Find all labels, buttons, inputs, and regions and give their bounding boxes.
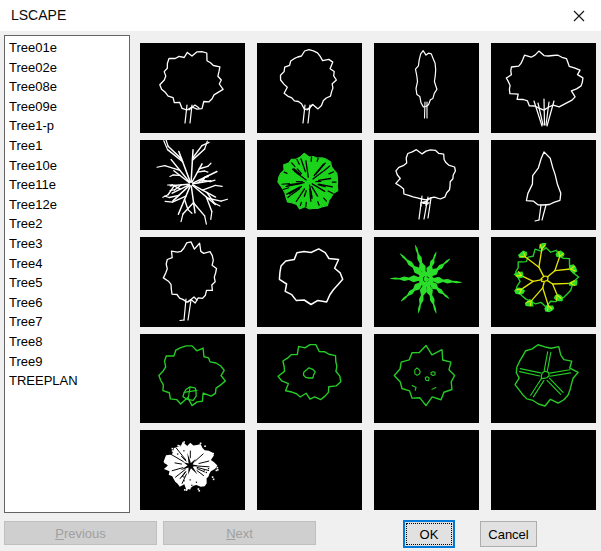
list-item-tree2[interactable]: Tree2 bbox=[9, 214, 129, 234]
titlebar: LSCAPE bbox=[0, 0, 601, 31]
list-item-tree3[interactable]: Tree3 bbox=[9, 234, 129, 254]
list-item-tree1-p[interactable]: Tree1-p bbox=[9, 116, 129, 136]
list-item-tree1[interactable]: Tree1 bbox=[9, 136, 129, 156]
tile-tree-plan-circle-spokes[interactable] bbox=[491, 334, 596, 423]
tile-tree-conifer-outline[interactable] bbox=[491, 140, 596, 230]
tile-tree-oak-outline[interactable] bbox=[491, 43, 596, 133]
tile-tree-plan-fluffy-white[interactable] bbox=[140, 430, 245, 510]
tile-empty bbox=[257, 430, 362, 510]
tile-empty bbox=[374, 430, 479, 510]
dialog-title: LSCAPE bbox=[11, 7, 66, 23]
button-label: Cancel bbox=[488, 527, 528, 542]
list-item-tree02e[interactable]: Tree02e bbox=[9, 58, 129, 78]
tile-tree-elevation-outline[interactable] bbox=[140, 43, 245, 133]
list-item-tree9[interactable]: Tree9 bbox=[9, 352, 129, 372]
tile-tree-plan-yellow-branches[interactable] bbox=[491, 237, 596, 327]
close-button[interactable] bbox=[556, 0, 601, 31]
tile-tree-plan-filled-green[interactable] bbox=[257, 140, 362, 230]
list-item-tree6[interactable]: Tree6 bbox=[9, 293, 129, 313]
cancel-button[interactable]: Cancel bbox=[480, 521, 537, 547]
close-icon bbox=[573, 10, 585, 22]
ok-button[interactable]: OK bbox=[403, 520, 455, 548]
tile-tree-oval-outline[interactable] bbox=[140, 237, 245, 327]
list-item-tree5[interactable]: Tree5 bbox=[9, 273, 129, 293]
list-item-tree4[interactable]: Tree4 bbox=[9, 254, 129, 274]
list-item-tree10e[interactable]: Tree10e bbox=[9, 156, 129, 176]
list-item-tree8[interactable]: Tree8 bbox=[9, 332, 129, 352]
lscape-dialog: LSCAPE Tree01eTree02eTree08eTree09eTree1… bbox=[0, 0, 601, 551]
list-item-treeplan[interactable]: TREEPLAN bbox=[9, 371, 129, 391]
list-item-tree01e[interactable]: Tree01e bbox=[9, 38, 129, 58]
slide-preview-grid bbox=[140, 43, 596, 510]
list-item-tree09e[interactable]: Tree09e bbox=[9, 97, 129, 117]
button-label: OK bbox=[420, 527, 439, 542]
next-button[interactable]: Next bbox=[163, 521, 316, 545]
slide-name-listbox[interactable]: Tree01eTree02eTree08eTree09eTree1-pTree1… bbox=[4, 35, 130, 513]
button-label: Previous bbox=[55, 526, 106, 541]
previous-button[interactable]: Previous bbox=[4, 521, 157, 545]
list-item-tree12e[interactable]: Tree12e bbox=[9, 195, 129, 215]
list-item-tree7[interactable]: Tree7 bbox=[9, 312, 129, 332]
button-label: Next bbox=[226, 526, 253, 541]
tile-tree-plan-circle-blobs[interactable] bbox=[374, 334, 479, 423]
tile-tree-plan-circle-center[interactable] bbox=[257, 334, 362, 423]
tile-tree-blob-outline[interactable] bbox=[257, 237, 362, 327]
tile-tree-plan-circle-rock[interactable] bbox=[140, 334, 245, 423]
tile-tree-plan-palm-green[interactable] bbox=[374, 237, 479, 327]
tile-tree-poplar-outline[interactable] bbox=[374, 43, 479, 133]
tile-empty bbox=[491, 430, 596, 510]
tile-tree-elevation-outline-narrow[interactable] bbox=[257, 43, 362, 133]
list-item-tree11e[interactable]: Tree11e bbox=[9, 175, 129, 195]
tile-tree-bushy-outline[interactable] bbox=[374, 140, 479, 230]
list-item-tree08e[interactable]: Tree08e bbox=[9, 77, 129, 97]
tile-tree-plan-branches-white[interactable] bbox=[140, 140, 245, 230]
